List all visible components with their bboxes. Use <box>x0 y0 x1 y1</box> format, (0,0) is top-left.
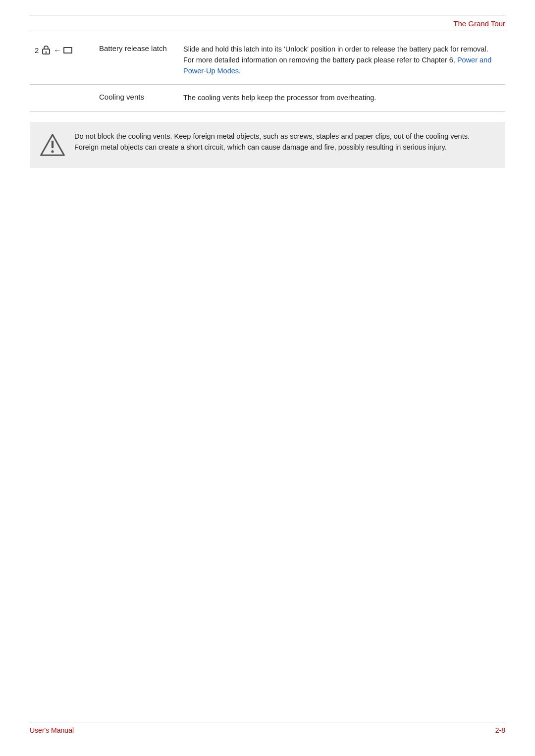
table-row: Cooling vents The cooling vents help kee… <box>30 85 505 112</box>
cooling-label: Cooling vents <box>99 93 144 101</box>
battery-label: Battery release latch <box>99 44 167 53</box>
desc-cell-battery: Slide and hold this latch into its 'Unlo… <box>178 36 505 85</box>
content-area: 2 <box>30 31 505 722</box>
warning-text: Do not block the cooling vents. Keep for… <box>74 131 495 153</box>
label-cell-battery: Battery release latch <box>94 36 178 85</box>
battery-rect-icon <box>63 47 72 54</box>
power-modes-link[interactable]: Power and Power-Up Modes <box>183 56 491 75</box>
desc-cell-cooling: The cooling vents help keep the processo… <box>178 85 505 112</box>
warning-icon <box>40 132 65 159</box>
warning-box: Do not block the cooling vents. Keep for… <box>30 122 505 168</box>
item-number: 2 <box>35 46 39 54</box>
page-container: The Grand Tour 2 <box>0 0 535 756</box>
cooling-description: The cooling vents help keep the processo… <box>183 94 376 102</box>
footer: User's Manual 2-8 <box>30 722 505 736</box>
footer-page-number: 2-8 <box>495 726 505 734</box>
lock-icon <box>41 44 52 56</box>
table-row: 2 <box>30 36 505 85</box>
battery-icon-group: 2 <box>35 44 89 56</box>
header-row: The Grand Tour <box>30 15 505 31</box>
label-cell-cooling: Cooling vents <box>94 85 178 112</box>
svg-point-5 <box>51 150 54 153</box>
svg-rect-2 <box>46 52 47 54</box>
arrow-icon: ← <box>54 46 61 55</box>
info-table: 2 <box>30 36 505 112</box>
footer-manual-label: User's Manual <box>30 726 74 734</box>
icon-cell-cooling <box>30 85 94 112</box>
svg-rect-4 <box>52 141 54 149</box>
header-title: The Grand Tour <box>453 19 505 28</box>
icon-cell-battery: 2 <box>30 36 94 85</box>
